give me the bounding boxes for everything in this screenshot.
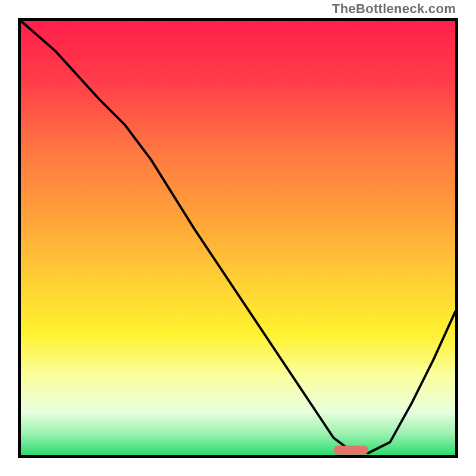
- chart-frame: [18, 18, 458, 458]
- watermark-text: TheBottleneck.com: [332, 1, 456, 17]
- bottleneck-curve: [21, 21, 455, 455]
- optimal-marker: [334, 446, 368, 455]
